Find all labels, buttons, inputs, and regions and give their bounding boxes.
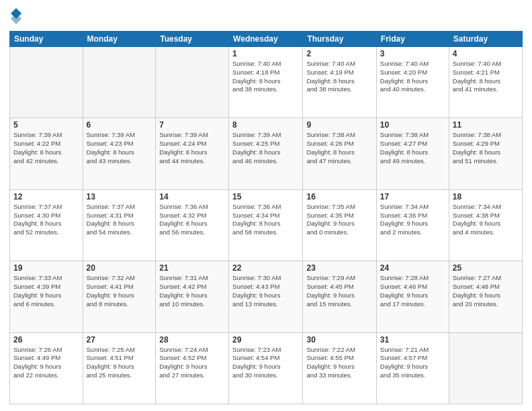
day-number: 6 [87,120,152,130]
day-info: Sunrise: 7:38 AM Sunset: 4:26 PM Dayligh… [306,131,372,165]
day-info: Sunrise: 7:38 AM Sunset: 4:27 PM Dayligh… [380,131,445,165]
calendar-cell: 27Sunrise: 7:25 AM Sunset: 4:51 PM Dayli… [83,332,156,404]
day-number: 29 [232,335,299,345]
logo-icon [9,7,23,26]
day-info: Sunrise: 7:27 AM Sunset: 4:48 PM Dayligh… [453,274,519,308]
calendar-cell: 13Sunrise: 7:37 AM Sunset: 4:31 PM Dayli… [83,189,156,261]
day-number: 7 [159,120,225,130]
calendar-cell: 2Sunrise: 7:40 AM Sunset: 4:19 PM Daylig… [303,47,376,118]
calendar-cell: 31Sunrise: 7:21 AM Sunset: 4:57 PM Dayli… [376,332,449,404]
calendar-body: 1Sunrise: 7:40 AM Sunset: 4:18 PM Daylig… [10,47,523,404]
calendar-cell: 24Sunrise: 7:28 AM Sunset: 4:46 PM Dayli… [376,261,449,332]
day-number: 31 [380,335,445,345]
day-number: 8 [232,120,299,130]
page-header [9,7,523,26]
day-number: 18 [453,192,519,201]
day-info: Sunrise: 7:34 AM Sunset: 4:36 PM Dayligh… [380,203,445,237]
calendar-cell [449,332,522,404]
day-number: 14 [159,192,225,201]
calendar-cell: 6Sunrise: 7:39 AM Sunset: 4:23 PM Daylig… [83,118,156,189]
calendar-cell: 7Sunrise: 7:39 AM Sunset: 4:24 PM Daylig… [156,118,229,189]
day-number: 25 [453,263,519,273]
calendar-cell: 9Sunrise: 7:38 AM Sunset: 4:26 PM Daylig… [303,118,376,189]
calendar-cell: 30Sunrise: 7:22 AM Sunset: 4:55 PM Dayli… [303,332,376,404]
calendar-cell [83,47,156,118]
day-number: 15 [232,192,299,201]
calendar-cell [156,47,229,118]
day-number: 28 [159,335,225,345]
calendar-cell: 16Sunrise: 7:35 AM Sunset: 4:35 PM Dayli… [303,189,376,261]
day-info: Sunrise: 7:29 AM Sunset: 4:45 PM Dayligh… [306,274,372,308]
calendar-cell: 25Sunrise: 7:27 AM Sunset: 4:48 PM Dayli… [449,261,522,332]
calendar-cell: 11Sunrise: 7:38 AM Sunset: 4:29 PM Dayli… [449,118,522,189]
calendar-table: SundayMondayTuesdayWednesdayThursdayFrid… [9,31,523,404]
calendar-cell [10,47,83,118]
day-info: Sunrise: 7:21 AM Sunset: 4:57 PM Dayligh… [380,346,445,380]
day-info: Sunrise: 7:32 AM Sunset: 4:41 PM Dayligh… [87,274,152,308]
day-number: 3 [380,49,445,58]
weekday-header-saturday: Saturday [449,32,522,47]
day-number: 20 [87,263,152,273]
day-info: Sunrise: 7:37 AM Sunset: 4:30 PM Dayligh… [13,203,79,237]
day-info: Sunrise: 7:23 AM Sunset: 4:54 PM Dayligh… [232,346,299,380]
calendar-week-4: 19Sunrise: 7:33 AM Sunset: 4:39 PM Dayli… [10,261,523,332]
page-container: SundayMondayTuesdayWednesdayThursdayFrid… [0,0,532,411]
calendar-cell: 19Sunrise: 7:33 AM Sunset: 4:39 PM Dayli… [10,261,83,332]
day-number: 11 [453,120,519,130]
day-info: Sunrise: 7:40 AM Sunset: 4:18 PM Dayligh… [232,60,299,94]
calendar-cell: 21Sunrise: 7:31 AM Sunset: 4:42 PM Dayli… [156,261,229,332]
day-info: Sunrise: 7:39 AM Sunset: 4:24 PM Dayligh… [159,131,225,165]
day-info: Sunrise: 7:30 AM Sunset: 4:43 PM Dayligh… [232,274,299,308]
weekday-header-thursday: Thursday [303,32,376,47]
day-info: Sunrise: 7:40 AM Sunset: 4:19 PM Dayligh… [306,60,372,94]
calendar-cell: 28Sunrise: 7:24 AM Sunset: 4:52 PM Dayli… [156,332,229,404]
calendar-cell: 4Sunrise: 7:40 AM Sunset: 4:21 PM Daylig… [449,47,522,118]
day-number: 10 [380,120,445,130]
calendar-cell: 5Sunrise: 7:39 AM Sunset: 4:22 PM Daylig… [10,118,83,189]
day-info: Sunrise: 7:39 AM Sunset: 4:22 PM Dayligh… [13,131,79,165]
calendar-week-3: 12Sunrise: 7:37 AM Sunset: 4:30 PM Dayli… [10,189,523,261]
calendar-week-5: 26Sunrise: 7:26 AM Sunset: 4:49 PM Dayli… [10,332,523,404]
day-number: 5 [13,120,79,130]
logo [9,7,24,26]
calendar-cell: 18Sunrise: 7:34 AM Sunset: 4:38 PM Dayli… [449,189,522,261]
day-number: 22 [232,263,299,273]
day-info: Sunrise: 7:31 AM Sunset: 4:42 PM Dayligh… [159,274,225,308]
day-info: Sunrise: 7:37 AM Sunset: 4:31 PM Dayligh… [87,203,152,237]
weekday-header-friday: Friday [376,32,449,47]
day-info: Sunrise: 7:40 AM Sunset: 4:21 PM Dayligh… [453,60,519,94]
day-info: Sunrise: 7:33 AM Sunset: 4:39 PM Dayligh… [13,274,79,308]
calendar-cell: 23Sunrise: 7:29 AM Sunset: 4:45 PM Dayli… [303,261,376,332]
day-info: Sunrise: 7:40 AM Sunset: 4:20 PM Dayligh… [380,60,445,94]
calendar-cell: 12Sunrise: 7:37 AM Sunset: 4:30 PM Dayli… [10,189,83,261]
calendar-cell: 17Sunrise: 7:34 AM Sunset: 4:36 PM Dayli… [376,189,449,261]
calendar-cell: 1Sunrise: 7:40 AM Sunset: 4:18 PM Daylig… [229,47,303,118]
day-number: 30 [306,335,372,345]
day-info: Sunrise: 7:25 AM Sunset: 4:51 PM Dayligh… [87,346,152,380]
calendar-week-1: 1Sunrise: 7:40 AM Sunset: 4:18 PM Daylig… [10,47,523,118]
day-info: Sunrise: 7:39 AM Sunset: 4:23 PM Dayligh… [87,131,152,165]
weekday-header-row: SundayMondayTuesdayWednesdayThursdayFrid… [10,32,523,47]
day-info: Sunrise: 7:36 AM Sunset: 4:32 PM Dayligh… [159,203,225,237]
day-info: Sunrise: 7:24 AM Sunset: 4:52 PM Dayligh… [159,346,225,380]
day-number: 26 [13,335,79,345]
day-number: 23 [306,263,372,273]
day-number: 16 [306,192,372,201]
day-number: 17 [380,192,445,201]
day-info: Sunrise: 7:28 AM Sunset: 4:46 PM Dayligh… [380,274,445,308]
calendar-cell: 20Sunrise: 7:32 AM Sunset: 4:41 PM Dayli… [83,261,156,332]
day-info: Sunrise: 7:39 AM Sunset: 4:25 PM Dayligh… [232,131,299,165]
calendar-week-2: 5Sunrise: 7:39 AM Sunset: 4:22 PM Daylig… [10,118,523,189]
weekday-header-tuesday: Tuesday [156,32,229,47]
weekday-header-sunday: Sunday [10,32,83,47]
day-info: Sunrise: 7:22 AM Sunset: 4:55 PM Dayligh… [306,346,372,380]
day-number: 4 [453,49,519,58]
day-info: Sunrise: 7:36 AM Sunset: 4:34 PM Dayligh… [232,203,299,237]
day-number: 13 [87,192,152,201]
day-number: 1 [232,49,299,58]
day-number: 27 [87,335,152,345]
day-number: 19 [13,263,79,273]
day-number: 21 [159,263,225,273]
calendar-cell: 22Sunrise: 7:30 AM Sunset: 4:43 PM Dayli… [229,261,303,332]
day-number: 9 [306,120,372,130]
